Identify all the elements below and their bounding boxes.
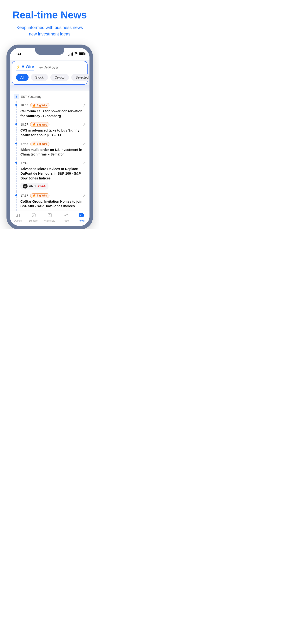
- news-item[interactable]: 18:46 🔥 Big Wire ↗ California calls for …: [16, 101, 86, 120]
- news-item[interactable]: 17:45 ↗ Advanced Micro Devices to Replac…: [16, 159, 86, 192]
- status-bar: 9:41: [10, 48, 89, 60]
- news-item[interactable]: 18:27 🔥 Big Wire ↗ CVS in advanced talks…: [16, 120, 86, 140]
- main-tabs: ⚡ A-Wire A-Mover: [16, 65, 83, 70]
- filter-stock[interactable]: Stock: [31, 74, 48, 81]
- discover-icon: [32, 213, 36, 219]
- filter-selected[interactable]: Selected: [71, 74, 89, 81]
- big-wire-badge: 🔥 Big Wire: [30, 103, 50, 108]
- nav-label-watchlists: Watchlists: [44, 220, 55, 222]
- scroll-fade-top: [10, 85, 89, 90]
- amd-logo: [23, 184, 28, 188]
- filter-all[interactable]: All: [16, 74, 29, 81]
- hero-section: Real-time News Keep informed with busine…: [0, 0, 99, 42]
- battery-icon: [79, 52, 85, 55]
- calendar-icon: 2: [14, 94, 19, 99]
- news-headline: California calls for power conservation …: [20, 109, 86, 118]
- big-wire-badge: 🔥 Big Wire: [30, 193, 50, 198]
- signal-bars-icon: [68, 52, 73, 56]
- news-headline: Advanced Micro Devices to Replace DuPont…: [20, 167, 86, 181]
- nav-item-news[interactable]: News: [74, 213, 89, 222]
- filter-crypto[interactable]: Crypto: [50, 74, 69, 81]
- nav-label-discover: Discover: [29, 220, 38, 222]
- pulse-icon: [39, 66, 43, 70]
- big-wire-badge: 🔥 Big Wire: [30, 142, 50, 146]
- news-item[interactable]: 17:55 🔥 Big Wire ↗ Biden mulls order on …: [16, 140, 86, 159]
- big-wire-badge: 🔥 Big Wire: [30, 122, 50, 127]
- news-icon: [79, 213, 84, 219]
- phone-frame: 9:41: [7, 44, 93, 229]
- svg-point-0: [24, 184, 27, 188]
- lightning-icon: ⚡: [16, 65, 20, 69]
- trade-icon: [63, 213, 68, 219]
- status-time: 9:41: [15, 52, 21, 56]
- nav-item-discover[interactable]: Discover: [26, 213, 42, 222]
- news-headline: CoStar Group, Invitation Homes to join S…: [20, 199, 86, 209]
- nav-item-watchlists[interactable]: Watchlists: [42, 213, 58, 222]
- wifi-icon: [74, 52, 78, 56]
- chart-icon: [15, 213, 20, 219]
- news-item[interactable]: 17:37 🔥 Big Wire ↗ CoStar Group, Invitat…: [16, 192, 86, 210]
- phone-mockup: 9:41: [0, 42, 99, 229]
- nav-item-trade[interactable]: Trade: [58, 213, 73, 222]
- share-icon[interactable]: ↗: [83, 122, 86, 127]
- share-icon[interactable]: ↗: [83, 161, 86, 165]
- svg-rect-16: [83, 214, 84, 216]
- phone-notch: [35, 48, 64, 54]
- filter-pills: All Stock Crypto Selected: [16, 74, 83, 81]
- svg-point-6: [33, 215, 34, 216]
- hero-subtitle: Keep informed with business news new inv…: [7, 24, 92, 38]
- news-meta: 18:46 🔥 Big Wire ↗: [20, 103, 86, 108]
- tab-amover[interactable]: A-Mover: [39, 66, 59, 70]
- nav-label-quotes: Quotes: [14, 220, 22, 222]
- stock-ticker: AMD: [29, 184, 36, 188]
- svg-rect-3: [17, 214, 18, 217]
- news-headline: Biden mulls order on US investment in Ch…: [20, 148, 86, 157]
- svg-rect-2: [16, 216, 17, 217]
- bottom-nav: Quotes Discover: [10, 210, 89, 226]
- svg-rect-15: [79, 213, 83, 217]
- status-icons: [68, 52, 85, 56]
- nav-item-quotes[interactable]: Quotes: [10, 213, 26, 222]
- news-meta: 18:27 🔥 Big Wire ↗: [20, 122, 86, 127]
- share-icon[interactable]: ↗: [83, 142, 86, 146]
- stock-change: -2.54%: [37, 184, 46, 188]
- share-icon[interactable]: ↗: [83, 103, 86, 108]
- news-feed: 2 EST Yesterday 18:46 🔥 Big Wire ↗: [10, 90, 89, 210]
- news-headline: CVS in advanced talks to buy Signify hea…: [20, 128, 86, 138]
- hero-title: Real-time News: [7, 10, 92, 20]
- nav-label-trade: Trade: [63, 220, 69, 222]
- stock-tag[interactable]: AMD -2.54%: [20, 183, 49, 190]
- nav-label-news: News: [78, 220, 84, 222]
- watchlist-icon: [47, 213, 52, 219]
- tab-awire[interactable]: ⚡ A-Wire: [16, 65, 34, 70]
- share-icon[interactable]: ↗: [83, 193, 86, 198]
- phone-screen: 9:41: [10, 48, 89, 226]
- svg-rect-4: [19, 214, 20, 217]
- tab-highlight-section: ⚡ A-Wire A-Mover All Stock: [12, 61, 88, 85]
- news-meta: 17:55 🔥 Big Wire ↗: [20, 142, 86, 146]
- date-header: 2 EST Yesterday: [14, 90, 86, 101]
- news-meta: 17:45 ↗: [20, 161, 86, 165]
- news-meta: 17:37 🔥 Big Wire ↗: [20, 193, 86, 198]
